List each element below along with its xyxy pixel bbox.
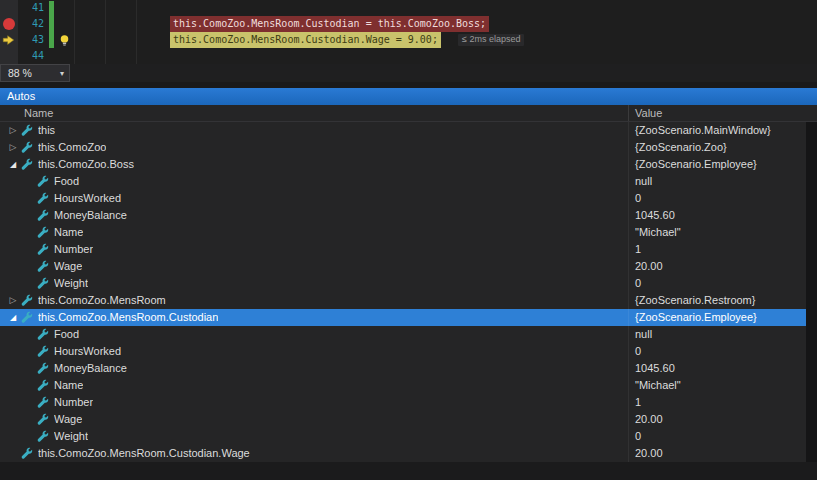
variable-name: Name [54, 377, 83, 394]
breakpoint-margin[interactable] [0, 32, 18, 48]
property-icon [36, 430, 49, 443]
variable-value: 1045.60 [628, 360, 817, 377]
expander-icon[interactable]: ▷ [6, 139, 20, 156]
panel-bottom-edge [0, 462, 817, 480]
variable-value: 0 [628, 428, 817, 445]
variable-value: 1045.60 [628, 207, 817, 224]
current-line-arrow-icon [1, 33, 16, 47]
autos-row[interactable]: Wage20.00 [0, 411, 817, 428]
autos-row[interactable]: Wage20.00 [0, 258, 817, 275]
breakpoint-margin[interactable] [0, 0, 18, 16]
property-icon [36, 396, 49, 409]
property-icon [20, 311, 33, 324]
property-icon [36, 413, 49, 426]
lightbulb-icon[interactable] [58, 34, 71, 47]
variable-name: Wage [54, 411, 82, 428]
property-icon [36, 328, 49, 341]
autos-rows: ▷this{ZooScenario.MainWindow}▷this.ComoZ… [0, 122, 817, 462]
autos-row[interactable]: Number1 [0, 241, 817, 258]
autos-row[interactable]: Foodnull [0, 326, 817, 343]
variable-value: {ZooScenario.Zoo} [628, 139, 817, 156]
variable-name: Food [54, 173, 79, 190]
code-editor[interactable]: 41 42 this.ComoZoo.MensRoom.Custodian = … [0, 0, 817, 64]
variable-name: this.ComoZoo.MensRoom.Custodian [38, 309, 218, 326]
variable-name: this.ComoZoo.Boss [38, 156, 134, 173]
code-text[interactable] [48, 48, 817, 64]
autos-row[interactable]: ▷this{ZooScenario.MainWindow} [0, 122, 817, 139]
variable-value: null [628, 326, 817, 343]
line-number: 44 [18, 48, 48, 64]
variable-value: 20.00 [628, 258, 817, 275]
current-statement-code-line: this.ComoZoo.MensRoom.Custodian.Wage = 9… [170, 32, 441, 48]
variable-name: this.ComoZoo [38, 139, 106, 156]
code-text[interactable]: this.ComoZoo.MensRoom.Custodian.Wage = 9… [48, 32, 817, 48]
editor-line: 41 [0, 0, 817, 16]
zoom-level: 88 % [8, 67, 32, 79]
variable-value: 1 [628, 394, 817, 411]
variable-name: HoursWorked [54, 190, 121, 207]
code-line [170, 48, 176, 64]
variable-name: this [38, 122, 55, 139]
property-icon [20, 294, 33, 307]
grid-header: Name Value [0, 105, 817, 122]
line-number: 42 [18, 16, 48, 32]
property-icon [36, 175, 49, 188]
property-icon [36, 243, 49, 256]
variable-name: Food [54, 326, 79, 343]
breakpoint-icon[interactable] [3, 18, 15, 30]
code-line [170, 0, 176, 16]
property-icon [20, 447, 33, 460]
code-text[interactable] [48, 0, 817, 16]
breakpoint-margin[interactable] [0, 48, 18, 64]
variable-name: HoursWorked [54, 343, 121, 360]
autos-row[interactable]: HoursWorked0 [0, 343, 817, 360]
perf-tip[interactable]: ≤ 2ms elapsed [458, 34, 524, 46]
autos-row[interactable]: MoneyBalance1045.60 [0, 360, 817, 377]
autos-row[interactable]: Name"Michael" [0, 377, 817, 394]
autos-row[interactable]: Weight0 [0, 275, 817, 292]
editor-line: 42 this.ComoZoo.MensRoom.Custodian = thi… [0, 16, 817, 32]
visual-studio-debug-view: 41 42 this.ComoZoo.MensRoom.Custodian = … [0, 0, 817, 480]
variable-value: null [628, 173, 817, 190]
autos-row[interactable]: ◢this.ComoZoo.Boss{ZooScenario.Employee} [0, 156, 817, 173]
autos-row[interactable]: HoursWorked0 [0, 190, 817, 207]
editor-line: 43 this.ComoZoo.MensRoom.Custodian.Wage … [0, 32, 817, 48]
zoom-dropdown-caret-icon[interactable]: ▾ [60, 69, 64, 78]
expander-icon[interactable]: ◢ [6, 309, 20, 326]
variable-value: {ZooScenario.Employee} [628, 156, 817, 173]
property-icon [20, 124, 33, 137]
expander-icon[interactable]: ▷ [6, 122, 20, 139]
autos-row[interactable]: Weight0 [0, 428, 817, 445]
expander-icon[interactable]: ▷ [6, 292, 20, 309]
variable-value: {ZooScenario.MainWindow} [628, 122, 817, 139]
autos-row[interactable]: Name"Michael" [0, 224, 817, 241]
zoom-control[interactable]: 88 % ▾ [0, 64, 70, 82]
expander-icon[interactable]: ◢ [6, 156, 20, 173]
variable-value: "Michael" [628, 377, 817, 394]
variable-name: Name [54, 224, 83, 241]
variable-name: Number [54, 394, 93, 411]
property-icon [36, 277, 49, 290]
line-number: 41 [18, 0, 48, 16]
autos-panel-header[interactable]: Autos [0, 88, 817, 105]
autos-row[interactable]: Number1 [0, 394, 817, 411]
variable-value: {ZooScenario.Restroom} [628, 292, 817, 309]
variable-value: 0 [628, 343, 817, 360]
variable-value: "Michael" [628, 224, 817, 241]
value-column-header column-resize-handle[interactable]: Value [628, 105, 817, 121]
variable-value: 1 [628, 241, 817, 258]
breakpoint-margin[interactable] [0, 16, 18, 32]
variable-name: Weight [54, 428, 88, 445]
variable-name: MoneyBalance [54, 207, 127, 224]
autos-row[interactable]: ◢this.ComoZoo.MensRoom.Custodian{ZooScen… [0, 309, 817, 326]
autos-row[interactable]: MoneyBalance1045.60 [0, 207, 817, 224]
autos-row[interactable]: ▷this.ComoZoo{ZooScenario.Zoo} [0, 139, 817, 156]
autos-row[interactable]: ▷this.ComoZoo.MensRoom{ZooScenario.Restr… [0, 292, 817, 309]
variable-name: Wage [54, 258, 82, 275]
autos-row[interactable]: this.ComoZoo.MensRoom.Custodian.Wage20.0… [0, 445, 817, 462]
vertical-scrollbar[interactable] [806, 122, 817, 462]
variable-value: 0 [628, 275, 817, 292]
code-text[interactable]: this.ComoZoo.MensRoom.Custodian = this.C… [48, 16, 817, 32]
property-icon [36, 260, 49, 273]
autos-row[interactable]: Foodnull [0, 173, 817, 190]
